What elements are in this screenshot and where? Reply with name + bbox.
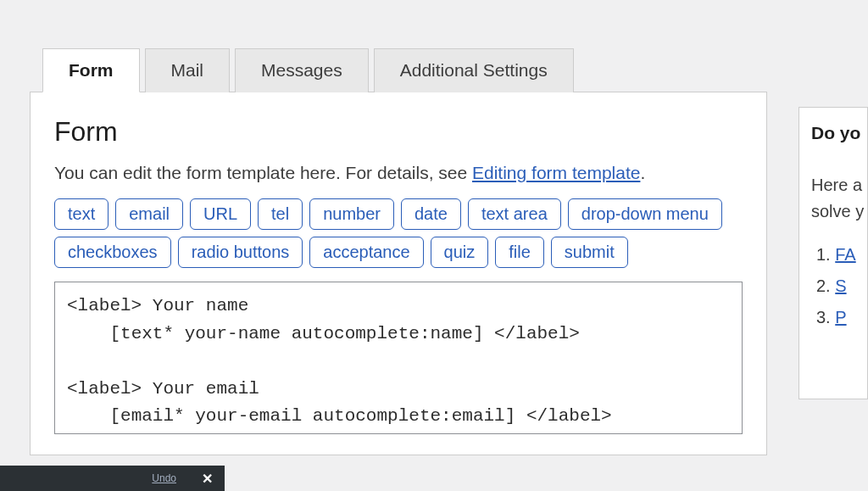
undo-link[interactable]: Undo xyxy=(152,472,176,484)
help-link-1[interactable]: FA xyxy=(835,245,855,264)
form-panel: Form You can edit the form template here… xyxy=(30,92,767,455)
tab-messages[interactable]: Messages xyxy=(235,48,369,92)
tab-list: Form Mail Messages Additional Settings xyxy=(42,48,767,92)
form-template-textarea[interactable] xyxy=(54,282,743,434)
tab-additional-settings[interactable]: Additional Settings xyxy=(374,48,574,92)
tab-mail[interactable]: Mail xyxy=(145,48,231,92)
desc-text: You can edit the form template here. For… xyxy=(54,163,472,182)
editing-template-link[interactable]: Editing form template xyxy=(472,163,640,182)
panel-description: You can edit the form template here. For… xyxy=(54,163,743,183)
tag-email-button[interactable]: email xyxy=(115,198,183,230)
tag-quiz-button[interactable]: quiz xyxy=(431,237,489,268)
tag-dropdown-button[interactable]: drop-down menu xyxy=(568,198,722,230)
help-item-3: P xyxy=(816,308,855,327)
bottom-toast: Undo ✕ xyxy=(0,466,225,491)
help-item-1: FA xyxy=(816,245,855,265)
tag-text-button[interactable]: text xyxy=(54,198,108,230)
tag-tel-button[interactable]: tel xyxy=(258,198,303,230)
tag-submit-button[interactable]: submit xyxy=(551,237,628,268)
sidebar: Do yo Here a solve y FA S P xyxy=(798,0,868,491)
help-link-3[interactable]: P xyxy=(835,308,846,326)
help-para: Here a solve y xyxy=(811,172,855,225)
tag-button-row: text email URL tel number date text area… xyxy=(54,198,743,268)
panel-heading: Form xyxy=(54,116,743,148)
tag-textarea-button[interactable]: text area xyxy=(468,198,561,230)
help-link-2[interactable]: S xyxy=(835,276,846,295)
help-heading: Do yo xyxy=(811,123,855,143)
tag-number-button[interactable]: number xyxy=(309,198,394,230)
tag-file-button[interactable]: file xyxy=(495,237,544,268)
tag-acceptance-button[interactable]: acceptance xyxy=(309,237,423,268)
close-icon[interactable]: ✕ xyxy=(202,471,213,487)
tag-radio-button[interactable]: radio buttons xyxy=(178,237,303,268)
tag-date-button[interactable]: date xyxy=(401,198,461,230)
tab-form[interactable]: Form xyxy=(42,48,140,92)
help-list: FA S P xyxy=(811,245,855,327)
help-item-2: S xyxy=(816,276,855,296)
desc-suffix: . xyxy=(640,163,645,182)
tag-checkboxes-button[interactable]: checkboxes xyxy=(54,237,171,268)
help-box: Do yo Here a solve y FA S P xyxy=(798,107,868,399)
tag-url-button[interactable]: URL xyxy=(190,198,251,230)
